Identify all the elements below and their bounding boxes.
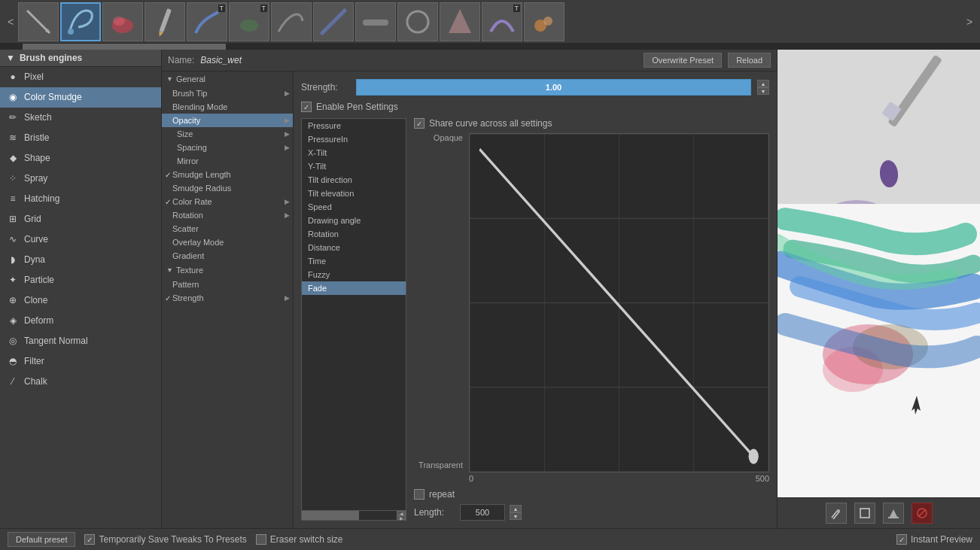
- sidebar-item-filter[interactable]: ◓ Filter: [0, 351, 161, 372]
- input-item-speed[interactable]: Speed: [302, 200, 406, 214]
- enable-pen-settings-row: Enable Pen Settings: [301, 102, 769, 112]
- presets-prev-arrow[interactable]: <: [3, 0, 18, 43]
- curve-graph[interactable]: [469, 133, 769, 473]
- input-item-rotation[interactable]: Rotation: [302, 227, 406, 241]
- settings-item-gradient[interactable]: Gradient: [162, 249, 293, 263]
- temp-save-checkbox[interactable]: [84, 534, 95, 545]
- preview-bottom-bar: [778, 497, 980, 528]
- sidebar-item-particle[interactable]: ✦ Particle: [0, 270, 161, 290]
- svg-rect-35: [860, 509, 869, 518]
- preview-brush-tool-btn[interactable]: [826, 503, 847, 524]
- input-item-xtilt[interactable]: X-Tilt: [302, 146, 406, 160]
- sidebar-item-bristle[interactable]: ≋ Bristle: [0, 128, 161, 148]
- sidebar-item-curve[interactable]: ∿ Curve: [0, 229, 161, 250]
- brush-preset-10[interactable]: [397, 2, 438, 41]
- svg-marker-10: [449, 9, 471, 33]
- settings-item-spacing[interactable]: Spacing ▶: [162, 141, 293, 154]
- settings-item-smudgelength[interactable]: ✓ Smudge Length: [162, 168, 293, 181]
- general-collapse-arrow[interactable]: ▼: [166, 75, 173, 83]
- brush-preset-5[interactable]: T: [187, 2, 227, 41]
- sidebar-item-pixel[interactable]: ● Pixel: [0, 67, 161, 87]
- brush-preset-7[interactable]: [271, 2, 312, 41]
- sidebar-item-shape[interactable]: ◆ Shape: [0, 148, 161, 169]
- settings-item-overlaymode[interactable]: Overlay Mode: [162, 235, 293, 249]
- sidebar-item-tangentnormal[interactable]: ◎ Tangent Normal: [0, 331, 161, 351]
- sidebar-item-dyna[interactable]: ◗ Dyna: [0, 250, 161, 270]
- sidebar-item-grid[interactable]: ⊞ Grid: [0, 209, 161, 229]
- input-item-tiltelevation[interactable]: Tilt elevation: [302, 187, 406, 200]
- repeat-checkbox[interactable]: [414, 489, 425, 500]
- eraser-switch-group: Eraser switch size: [256, 534, 343, 545]
- preset-t-badge-5: T: [218, 5, 226, 12]
- sidebar-item-colorsmudge[interactable]: ◉ Color Smudge: [0, 87, 161, 108]
- texture-collapse-arrow[interactable]: ▼: [166, 266, 173, 274]
- sidebar-item-chalk[interactable]: ∕ Chalk: [0, 372, 161, 392]
- settings-item-rotation[interactable]: Rotation ▶: [162, 208, 293, 222]
- length-decrement-btn[interactable]: ▼: [510, 512, 522, 520]
- brush-preset-8[interactable]: [313, 2, 354, 41]
- input-item-pressurein[interactable]: PressureIn: [302, 132, 406, 146]
- sidebar-item-spray[interactable]: ⁘ Spray: [0, 169, 161, 189]
- settings-item-pattern[interactable]: Pattern: [162, 278, 293, 291]
- settings-item-colorrate[interactable]: ✓ Color Rate ▶: [162, 195, 293, 208]
- curve-right: Share curve across all settings Opaque T…: [414, 118, 769, 521]
- settings-texture-header: ▼ Texture: [162, 263, 293, 278]
- presets-next-arrow[interactable]: >: [962, 0, 977, 43]
- preview-no-tool-btn[interactable]: [912, 503, 933, 524]
- curve-icon: ∿: [6, 232, 20, 246]
- brush-preset-11[interactable]: [440, 2, 480, 41]
- input-scroll-track[interactable]: [302, 511, 397, 520]
- input-item-fade[interactable]: Fade: [302, 281, 406, 295]
- input-item-tiltdirection[interactable]: Tilt direction: [302, 173, 406, 187]
- input-item-time[interactable]: Time: [302, 254, 406, 268]
- strength-increment-btn[interactable]: ▲: [757, 80, 769, 87]
- settings-item-strength2[interactable]: ✓ Strength ▶: [162, 291, 293, 305]
- particle-icon: ✦: [6, 273, 20, 287]
- brush-preset-1[interactable]: [18, 2, 59, 41]
- brush-preset-3[interactable]: [102, 2, 143, 41]
- preview-square-tool-btn[interactable]: [854, 503, 875, 524]
- preview-fill-tool-btn[interactable]: [883, 503, 904, 524]
- input-scroll-right-arrow[interactable]: ▶: [397, 515, 406, 520]
- strength-decrement-btn[interactable]: ▼: [757, 87, 769, 95]
- input-item-fuzzy[interactable]: Fuzzy: [302, 268, 406, 281]
- spray-icon: ⁘: [6, 172, 20, 185]
- brush-preset-6[interactable]: T: [229, 2, 269, 41]
- length-input[interactable]: 500: [460, 504, 505, 521]
- preset-scroll-bar[interactable]: [0, 44, 980, 50]
- overwrite-preset-button[interactable]: Overwrite Preset: [644, 53, 722, 68]
- enable-pen-settings-checkbox[interactable]: [301, 102, 312, 112]
- instant-preview-checkbox[interactable]: [896, 534, 907, 545]
- sidebar-item-deform[interactable]: ◈ Deform: [0, 311, 161, 331]
- settings-item-scatter[interactable]: Scatter: [162, 222, 293, 235]
- sidebar-item-sketch[interactable]: ✏ Sketch: [0, 108, 161, 128]
- brush-preset-12[interactable]: T: [482, 2, 522, 41]
- default-preset-button[interactable]: Default preset: [8, 532, 75, 547]
- reload-button[interactable]: Reload: [728, 53, 771, 68]
- settings-item-brushtip[interactable]: Brush Tip ▶: [162, 87, 293, 100]
- length-increment-btn[interactable]: ▲: [510, 505, 522, 512]
- brush-preset-9[interactable]: [355, 2, 396, 41]
- brush-preset-4[interactable]: [145, 2, 185, 41]
- settings-item-size[interactable]: Size ▶: [162, 127, 293, 141]
- settings-brushtip-label: Brush Tip: [172, 89, 288, 98]
- input-item-drawingangle[interactable]: Drawing angle: [302, 214, 406, 227]
- settings-item-opacity[interactable]: Opacity ▶: [162, 114, 293, 127]
- input-item-pressure[interactable]: Pressure: [302, 119, 406, 132]
- share-curve-checkbox[interactable]: [414, 118, 425, 129]
- input-item-distance[interactable]: Distance: [302, 241, 406, 254]
- settings-item-smudgeradius[interactable]: Smudge Radius: [162, 181, 293, 195]
- sidebar-item-hatching[interactable]: ≡ Hatching: [0, 189, 161, 209]
- strength-slider-container[interactable]: 1.00: [356, 79, 751, 96]
- brush-preset-13[interactable]: [524, 2, 565, 41]
- eraser-switch-checkbox[interactable]: [256, 534, 266, 545]
- strength-value: 1.00: [546, 83, 562, 92]
- input-list-scroll[interactable]: Pressure PressureIn X-Tilt Y-Tilt Tilt d…: [301, 118, 406, 511]
- sidebar-item-clone[interactable]: ⊕ Clone: [0, 290, 161, 311]
- bristle-icon: ≋: [6, 131, 20, 144]
- settings-item-mirror[interactable]: Mirror: [162, 154, 293, 168]
- input-item-ytilt[interactable]: Y-Tilt: [302, 160, 406, 173]
- hatching-icon: ≡: [6, 192, 20, 205]
- brush-preset-2[interactable]: [60, 2, 101, 41]
- settings-item-blendingmode[interactable]: Blending Mode: [162, 100, 293, 114]
